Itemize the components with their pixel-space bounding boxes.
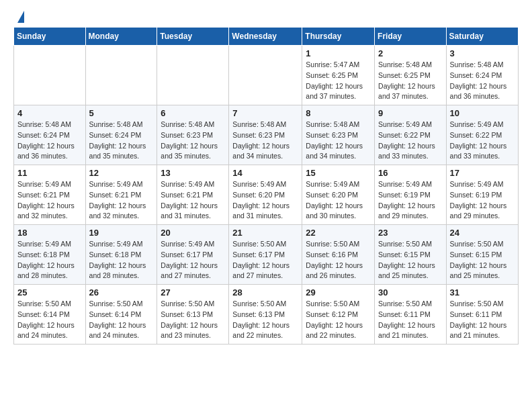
day-number: 7 — [232, 108, 298, 118]
weekday-header-saturday: Saturday — [446, 28, 518, 46]
calendar-table: SundayMondayTuesdayWednesdayThursdayFrid… — [13, 27, 519, 345]
day-number: 12 — [89, 168, 154, 178]
calendar-cell: 26Sunrise: 5:50 AMSunset: 6:14 PMDayligh… — [85, 285, 157, 345]
calendar-cell: 11Sunrise: 5:49 AMSunset: 6:21 PMDayligh… — [14, 165, 86, 225]
calendar-cell: 29Sunrise: 5:50 AMSunset: 6:12 PMDayligh… — [302, 285, 375, 345]
day-info: Sunrise: 5:49 AMSunset: 6:22 PMDaylight:… — [378, 120, 443, 162]
calendar-cell — [157, 46, 229, 105]
calendar-cell: 9Sunrise: 5:49 AMSunset: 6:22 PMDaylight… — [375, 105, 447, 165]
calendar-cell: 31Sunrise: 5:50 AMSunset: 6:11 PMDayligh… — [446, 285, 518, 345]
calendar-cell: 1Sunrise: 5:47 AMSunset: 6:25 PMDaylight… — [302, 46, 375, 105]
calendar-cell: 3Sunrise: 5:48 AMSunset: 6:24 PMDaylight… — [446, 46, 518, 105]
day-info: Sunrise: 5:49 AMSunset: 6:17 PMDaylight:… — [161, 239, 225, 281]
weekday-header-friday: Friday — [375, 28, 447, 46]
calendar-cell: 30Sunrise: 5:50 AMSunset: 6:11 PMDayligh… — [375, 285, 447, 345]
day-info: Sunrise: 5:49 AMSunset: 6:21 PMDaylight:… — [89, 179, 154, 222]
calendar-cell: 27Sunrise: 5:50 AMSunset: 6:13 PMDayligh… — [157, 285, 229, 345]
weekday-header-monday: Monday — [85, 28, 157, 46]
day-number: 26 — [89, 287, 154, 298]
calendar-cell: 17Sunrise: 5:49 AMSunset: 6:19 PMDayligh… — [446, 165, 518, 225]
calendar-week-row: 4Sunrise: 5:48 AMSunset: 6:24 PMDaylight… — [14, 105, 519, 165]
day-info: Sunrise: 5:48 AMSunset: 6:23 PMDaylight:… — [232, 120, 298, 162]
day-number: 2 — [378, 48, 443, 58]
day-info: Sunrise: 5:49 AMSunset: 6:18 PMDaylight:… — [17, 239, 82, 281]
day-info: Sunrise: 5:48 AMSunset: 6:24 PMDaylight:… — [450, 60, 515, 102]
day-number: 11 — [17, 168, 82, 178]
day-number: 17 — [450, 168, 515, 178]
day-info: Sunrise: 5:50 AMSunset: 6:11 PMDaylight:… — [378, 299, 443, 341]
weekday-header-sunday: Sunday — [14, 28, 86, 46]
calendar-cell: 28Sunrise: 5:50 AMSunset: 6:13 PMDayligh… — [229, 285, 302, 345]
day-info: Sunrise: 5:50 AMSunset: 6:13 PMDaylight:… — [232, 299, 298, 341]
calendar-week-row: 18Sunrise: 5:49 AMSunset: 6:18 PMDayligh… — [14, 225, 519, 285]
calendar-cell — [14, 46, 86, 105]
calendar-cell: 13Sunrise: 5:49 AMSunset: 6:21 PMDayligh… — [157, 165, 229, 225]
weekday-header-tuesday: Tuesday — [157, 28, 229, 46]
calendar-cell: 6Sunrise: 5:48 AMSunset: 6:23 PMDaylight… — [157, 105, 229, 165]
day-info: Sunrise: 5:50 AMSunset: 6:11 PMDaylight:… — [450, 299, 515, 341]
day-number: 9 — [378, 108, 443, 118]
day-number: 22 — [306, 228, 371, 238]
day-info: Sunrise: 5:48 AMSunset: 6:23 PMDaylight:… — [161, 120, 225, 162]
day-info: Sunrise: 5:50 AMSunset: 6:17 PMDaylight:… — [232, 239, 298, 281]
day-info: Sunrise: 5:49 AMSunset: 6:21 PMDaylight:… — [17, 179, 82, 222]
day-number: 4 — [17, 108, 82, 118]
calendar-cell: 24Sunrise: 5:50 AMSunset: 6:15 PMDayligh… — [446, 225, 518, 285]
day-info: Sunrise: 5:48 AMSunset: 6:23 PMDaylight:… — [306, 120, 371, 162]
calendar-week-row: 1Sunrise: 5:47 AMSunset: 6:25 PMDaylight… — [14, 46, 519, 105]
day-info: Sunrise: 5:48 AMSunset: 6:24 PMDaylight:… — [89, 120, 154, 162]
day-info: Sunrise: 5:49 AMSunset: 6:22 PMDaylight:… — [450, 120, 515, 162]
day-info: Sunrise: 5:47 AMSunset: 6:25 PMDaylight:… — [306, 60, 371, 102]
calendar-cell: 14Sunrise: 5:49 AMSunset: 6:20 PMDayligh… — [229, 165, 302, 225]
day-number: 30 — [378, 287, 443, 298]
day-info: Sunrise: 5:50 AMSunset: 6:14 PMDaylight:… — [17, 299, 82, 341]
day-number: 24 — [450, 228, 515, 238]
calendar-cell: 2Sunrise: 5:48 AMSunset: 6:25 PMDaylight… — [375, 46, 447, 105]
logo-triangle-icon — [17, 11, 24, 23]
calendar-cell: 20Sunrise: 5:49 AMSunset: 6:17 PMDayligh… — [157, 225, 229, 285]
calendar-cell: 19Sunrise: 5:49 AMSunset: 6:18 PMDayligh… — [85, 225, 157, 285]
calendar-cell: 7Sunrise: 5:48 AMSunset: 6:23 PMDaylight… — [229, 105, 302, 165]
day-number: 19 — [89, 228, 154, 238]
day-info: Sunrise: 5:49 AMSunset: 6:21 PMDaylight:… — [161, 179, 225, 222]
logo — [13, 11, 24, 20]
calendar-cell: 23Sunrise: 5:50 AMSunset: 6:15 PMDayligh… — [375, 225, 447, 285]
calendar-header-row: SundayMondayTuesdayWednesdayThursdayFrid… — [14, 28, 519, 46]
day-info: Sunrise: 5:50 AMSunset: 6:15 PMDaylight:… — [378, 239, 443, 281]
weekday-header-thursday: Thursday — [302, 28, 375, 46]
calendar-cell: 21Sunrise: 5:50 AMSunset: 6:17 PMDayligh… — [229, 225, 302, 285]
calendar-cell: 16Sunrise: 5:49 AMSunset: 6:19 PMDayligh… — [375, 165, 447, 225]
day-info: Sunrise: 5:48 AMSunset: 6:24 PMDaylight:… — [17, 120, 82, 162]
day-number: 28 — [232, 287, 298, 298]
calendar-cell: 25Sunrise: 5:50 AMSunset: 6:14 PMDayligh… — [14, 285, 86, 345]
calendar-cell — [85, 46, 157, 105]
day-number: 16 — [378, 168, 443, 178]
day-info: Sunrise: 5:50 AMSunset: 6:14 PMDaylight:… — [89, 299, 154, 341]
day-info: Sunrise: 5:49 AMSunset: 6:19 PMDaylight:… — [378, 179, 443, 222]
day-number: 14 — [232, 168, 298, 178]
day-number: 20 — [161, 228, 225, 238]
day-number: 3 — [450, 48, 515, 58]
day-number: 13 — [161, 168, 225, 178]
day-number: 31 — [450, 287, 515, 298]
day-number: 29 — [306, 287, 371, 298]
calendar-cell: 5Sunrise: 5:48 AMSunset: 6:24 PMDaylight… — [85, 105, 157, 165]
day-number: 27 — [161, 287, 225, 298]
day-info: Sunrise: 5:49 AMSunset: 6:20 PMDaylight:… — [306, 179, 371, 222]
calendar-cell — [229, 46, 302, 105]
day-info: Sunrise: 5:48 AMSunset: 6:25 PMDaylight:… — [378, 60, 443, 102]
day-number: 15 — [306, 168, 371, 178]
day-number: 10 — [450, 108, 515, 118]
day-number: 1 — [306, 48, 371, 58]
calendar-cell: 4Sunrise: 5:48 AMSunset: 6:24 PMDaylight… — [14, 105, 86, 165]
calendar-cell: 12Sunrise: 5:49 AMSunset: 6:21 PMDayligh… — [85, 165, 157, 225]
page-header — [13, 11, 519, 20]
day-number: 8 — [306, 108, 371, 118]
day-info: Sunrise: 5:50 AMSunset: 6:12 PMDaylight:… — [306, 299, 371, 341]
day-info: Sunrise: 5:49 AMSunset: 6:20 PMDaylight:… — [232, 179, 298, 222]
calendar-cell: 22Sunrise: 5:50 AMSunset: 6:16 PMDayligh… — [302, 225, 375, 285]
calendar-cell: 18Sunrise: 5:49 AMSunset: 6:18 PMDayligh… — [14, 225, 86, 285]
weekday-header-wednesday: Wednesday — [229, 28, 302, 46]
day-info: Sunrise: 5:50 AMSunset: 6:16 PMDaylight:… — [306, 239, 371, 281]
day-info: Sunrise: 5:50 AMSunset: 6:15 PMDaylight:… — [450, 239, 515, 281]
